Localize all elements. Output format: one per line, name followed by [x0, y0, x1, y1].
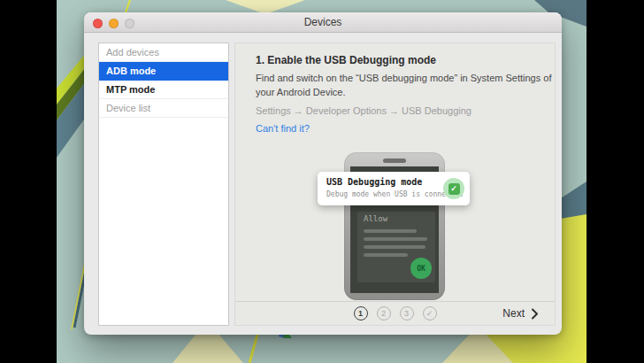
titlebar[interactable]: Devices	[84, 12, 562, 33]
screen: Devices Add devices ADB mode MTP mode De…	[0, 0, 644, 363]
next-button-label: Next	[502, 307, 525, 320]
sidebar-item-device-list[interactable]: Device list	[99, 99, 228, 118]
window-title: Devices	[84, 16, 562, 28]
sidebar-item-add-devices[interactable]: Add devices	[99, 43, 228, 62]
placeholder-line	[364, 237, 427, 241]
placeholder-line	[364, 245, 426, 249]
sidebar-item-adb-mode[interactable]: ADB mode	[99, 62, 228, 81]
phone-speaker	[383, 158, 406, 163]
next-button[interactable]: Next	[502, 302, 539, 325]
tooltip-title: USB Debugging mode	[326, 177, 422, 187]
phone-ok-button: OK	[410, 258, 432, 279]
sidebar: Add devices ADB mode MTP mode Device lis…	[98, 42, 229, 326]
checkbox-checked-icon: ✓	[448, 183, 460, 195]
footer-bar: 1 2 3 ✓ Next	[235, 301, 555, 325]
phone-dialog-title: Allow	[364, 214, 387, 223]
step-dot-3: 3	[400, 306, 414, 321]
check-circle: ✓	[443, 178, 464, 199]
phone-dialog: Allow OK	[357, 212, 435, 282]
tooltip-subtitle: Debug mode when USB is connected	[326, 190, 463, 198]
settings-path: Settings → Developer Options → USB Debug…	[256, 105, 472, 116]
cant-find-it-link[interactable]: Can't find it?	[256, 123, 310, 134]
chevron-right-icon	[531, 308, 539, 320]
devices-window: Devices Add devices ADB mode MTP mode De…	[84, 12, 562, 335]
instruction-text: Find and switch on the “USB debugging mo…	[256, 72, 561, 100]
usb-debug-tooltip: USB Debugging mode Debug mode when USB i…	[318, 172, 470, 205]
content-panel: 1. Enable the USB Debugging mode Find an…	[234, 42, 556, 326]
step-dot-2: 2	[377, 306, 391, 321]
placeholder-line	[364, 253, 408, 257]
placeholder-line	[364, 229, 417, 233]
step-heading: 1. Enable the USB Debugging mode	[256, 54, 436, 66]
step-dot-done-icon: ✓	[423, 306, 437, 321]
step-dot-1: 1	[354, 306, 368, 321]
sidebar-item-mtp-mode[interactable]: MTP mode	[99, 81, 228, 99]
